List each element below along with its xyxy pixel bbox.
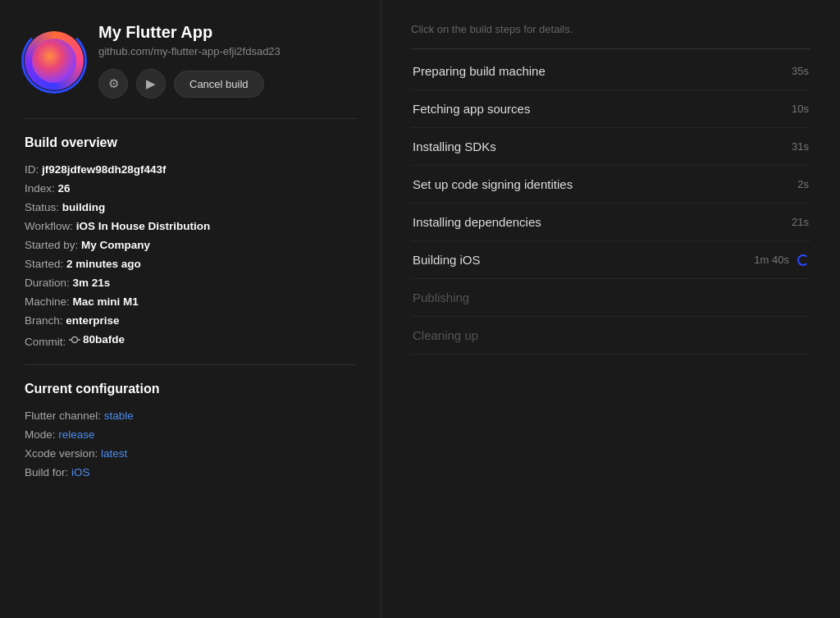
- build-steps-list: Preparing build machine35sFetching app s…: [411, 53, 810, 355]
- play-button[interactable]: ▶: [136, 69, 166, 98]
- left-panel: My Flutter App github.com/my-flutter-app…: [0, 0, 381, 618]
- xcode-value[interactable]: latest: [101, 447, 127, 460]
- app-logo: [25, 31, 84, 90]
- build-step-0[interactable]: Preparing build machine35s: [411, 53, 810, 90]
- settings-button[interactable]: ⚙: [98, 69, 128, 98]
- build-step-1[interactable]: Fetching app sources10s: [411, 90, 810, 128]
- build-started-value: 2 minutes ago: [66, 258, 141, 270]
- build-status-row: Status: building: [25, 201, 356, 213]
- build-step-3[interactable]: Set up code signing identities2s: [411, 166, 810, 204]
- header-divider: [25, 118, 356, 119]
- step-time-4: 21s: [792, 216, 809, 228]
- flutter-channel-row: Flutter channel: stable: [25, 410, 356, 422]
- gear-icon: ⚙: [108, 76, 119, 91]
- app-title-block: My Flutter App github.com/my-flutter-app…: [98, 23, 281, 98]
- build-started-by-value: My Company: [81, 239, 150, 251]
- step-spinner-5: [797, 254, 809, 266]
- app-name: My Flutter App: [98, 23, 281, 42]
- build-step-2[interactable]: Installing SDKs31s: [411, 128, 810, 166]
- build-index-value: 26: [58, 182, 71, 195]
- build-machine-row: Machine: Mac mini M1: [25, 295, 356, 308]
- config-section: Current configuration Flutter channel: s…: [25, 382, 356, 478]
- build-step-4[interactable]: Installing dependencies21s: [411, 204, 810, 241]
- build-machine-value: Mac mini M1: [73, 295, 139, 308]
- step-name-5: Building iOS: [413, 253, 481, 267]
- step-meta-1: 10s: [792, 103, 809, 115]
- step-name-2: Installing SDKs: [413, 140, 496, 153]
- step-time-2: 31s: [792, 140, 809, 153]
- build-overview-title: Build overview: [25, 135, 356, 150]
- build-duration-row: Duration: 3m 21s: [25, 277, 356, 289]
- app-logo-ring: [21, 28, 87, 94]
- steps-divider: [411, 48, 810, 49]
- build-overview-section: Build overview ID: jf928jdfew98dh28gf443…: [25, 135, 356, 348]
- build-for-row: Build for: iOS: [25, 466, 356, 478]
- build-started-by-row: Started by: My Company: [25, 239, 356, 251]
- build-workflow-value: iOS In House Distribution: [76, 220, 211, 232]
- step-meta-4: 21s: [792, 216, 809, 228]
- config-title: Current configuration: [25, 382, 356, 396]
- step-meta-5: 1m 40s: [754, 254, 809, 266]
- step-name-4: Installing dependencies: [413, 215, 541, 229]
- build-commit-value: 80bafde: [83, 333, 125, 346]
- step-name-7: Cleaning up: [413, 328, 478, 342]
- build-id-row: ID: jf928jdfew98dh28gf443f: [25, 163, 356, 176]
- right-panel: Click on the build steps for details. Pr…: [381, 0, 840, 618]
- build-step-6[interactable]: Publishing: [411, 279, 810, 317]
- app-repo: github.com/my-flutter-app-efji2fdsad23: [98, 45, 281, 57]
- commit-icon: [69, 334, 80, 346]
- build-for-value[interactable]: iOS: [71, 466, 90, 478]
- build-status-value: building: [62, 201, 105, 213]
- config-divider: [25, 364, 356, 365]
- play-icon: ▶: [146, 76, 156, 91]
- xcode-row: Xcode version: latest: [25, 447, 356, 460]
- step-meta-0: 35s: [792, 65, 809, 77]
- step-name-3: Set up code signing identities: [413, 177, 573, 191]
- mode-row: Mode: release: [25, 428, 356, 441]
- build-workflow-row: Workflow: iOS In House Distribution: [25, 220, 356, 232]
- step-meta-2: 31s: [792, 140, 809, 153]
- build-commit-row: Commit: 80bafde: [25, 333, 356, 348]
- step-time-5: 1m 40s: [754, 254, 789, 266]
- build-step-7[interactable]: Cleaning up: [411, 317, 810, 355]
- mode-value[interactable]: release: [58, 428, 94, 441]
- step-time-0: 35s: [792, 65, 809, 77]
- build-started-row: Started: 2 minutes ago: [25, 258, 356, 270]
- step-name-1: Fetching app sources: [413, 102, 530, 116]
- build-branch-value: enterprise: [66, 314, 119, 327]
- step-time-3: 2s: [797, 178, 809, 190]
- hint-text: Click on the build steps for details.: [411, 23, 810, 35]
- step-meta-3: 2s: [797, 178, 809, 190]
- build-index-row: Index: 26: [25, 182, 356, 195]
- header-actions: ⚙ ▶ Cancel build: [98, 69, 281, 98]
- cancel-build-button[interactable]: Cancel build: [174, 71, 264, 98]
- step-time-1: 10s: [792, 103, 809, 115]
- build-duration-value: 3m 21s: [73, 277, 111, 289]
- app-header: My Flutter App github.com/my-flutter-app…: [25, 23, 356, 98]
- build-step-5[interactable]: Building iOS1m 40s: [411, 241, 810, 279]
- svg-point-0: [72, 336, 78, 342]
- step-name-6: Publishing: [413, 291, 469, 304]
- build-branch-row: Branch: enterprise: [25, 314, 356, 327]
- build-id-value: jf928jdfew98dh28gf443f: [42, 163, 167, 176]
- step-name-0: Preparing build machine: [413, 64, 546, 78]
- flutter-channel-value[interactable]: stable: [104, 410, 134, 422]
